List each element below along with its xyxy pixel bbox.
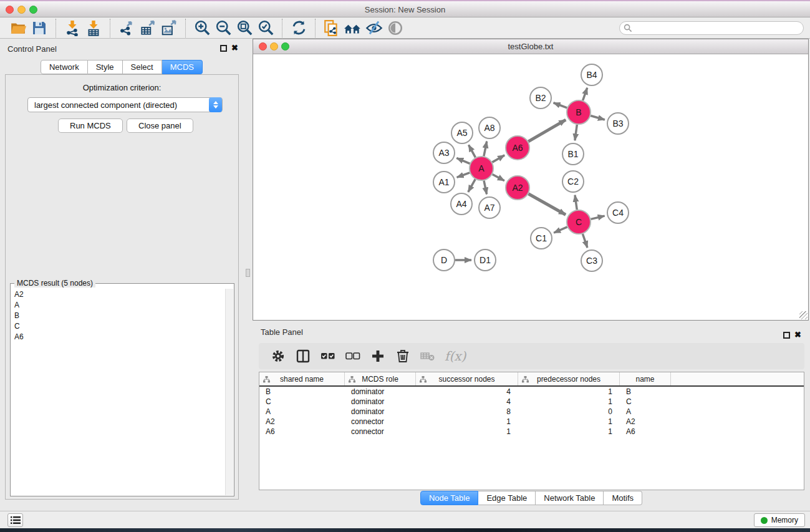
network-canvas[interactable]: B4B2BB3A8A5A6A3B1AC2A1A2A4A7C4CC1C3DD1 xyxy=(253,54,808,320)
zoom-in-icon[interactable] xyxy=(191,19,213,37)
table-cell[interactable]: B xyxy=(620,387,671,397)
column-header-shared-name[interactable]: shared name xyxy=(259,372,345,385)
show-all-icon[interactable] xyxy=(385,19,406,37)
column-header-MCDS-role[interactable]: MCDS role xyxy=(345,372,416,385)
close-panel-icon[interactable]: ✖ xyxy=(231,43,238,52)
table-cell[interactable]: dominator xyxy=(345,397,416,407)
graph-node-A3[interactable]: A3 xyxy=(433,142,455,163)
graph-node-A7[interactable]: A7 xyxy=(479,197,500,218)
graph-node-B[interactable]: B xyxy=(567,100,591,124)
search-input[interactable] xyxy=(619,21,804,35)
table-row[interactable]: Cdominator41C xyxy=(259,397,804,407)
tab-style[interactable]: Style xyxy=(88,60,123,74)
table-row[interactable]: Bdominator41B xyxy=(259,387,804,397)
save-session-icon[interactable] xyxy=(29,19,50,37)
graph-edge-A6-B[interactable] xyxy=(528,120,566,142)
optimization-criterion-select[interactable]: largest connected component (directed) xyxy=(27,97,223,112)
graph-node-D[interactable]: D xyxy=(433,249,455,271)
float-panel-icon[interactable] xyxy=(783,332,790,339)
mcds-result-list[interactable]: A2ABCA6 xyxy=(12,289,224,495)
table-cell[interactable]: A2 xyxy=(259,417,345,427)
graph-node-A5[interactable]: A5 xyxy=(451,122,473,143)
table-cell[interactable]: 4 xyxy=(416,387,518,397)
clone-network-icon[interactable] xyxy=(321,19,342,37)
refresh-icon[interactable] xyxy=(288,19,309,37)
export-table-icon[interactable] xyxy=(137,19,158,37)
graph-edge-B-B1[interactable] xyxy=(575,125,577,140)
table-cell[interactable]: connector xyxy=(345,417,416,427)
table-cell[interactable]: C xyxy=(259,397,345,407)
zoom-fit-icon[interactable] xyxy=(234,19,255,37)
mcds-result-scrollbar[interactable] xyxy=(225,289,233,495)
splitter-grip[interactable] xyxy=(246,269,250,277)
hide-selected-icon[interactable] xyxy=(364,19,385,37)
close-panel-icon[interactable]: ✖ xyxy=(794,330,801,339)
column-header-successor-nodes[interactable]: successor nodes xyxy=(416,372,518,385)
network-graph[interactable]: B4B2BB3A8A5A6A3B1AC2A1A2A4A7C4CC1C3DD1 xyxy=(253,54,808,320)
delete-row-icon[interactable] xyxy=(395,348,411,364)
table-cell[interactable]: 1 xyxy=(416,417,518,427)
deselect-all-icon[interactable] xyxy=(345,348,361,364)
memory-button[interactable]: Memory xyxy=(754,513,805,527)
graph-node-B2[interactable]: B2 xyxy=(530,87,551,109)
column-header-predecessor-nodes[interactable]: predecessor nodes xyxy=(518,372,620,385)
graph-edge-A-A5[interactable] xyxy=(469,145,476,157)
graph-edge-C-C1[interactable] xyxy=(554,227,567,233)
tab-edge-table[interactable]: Edge Table xyxy=(478,491,536,505)
graph-edge-C-C3[interactable] xyxy=(582,234,587,248)
tab-select[interactable]: Select xyxy=(123,60,162,74)
graph-node-A1[interactable]: A1 xyxy=(433,172,455,193)
task-history-button[interactable] xyxy=(7,513,23,527)
graph-edge-A-A8[interactable] xyxy=(484,142,487,157)
graph-node-A[interactable]: A xyxy=(470,157,493,180)
graph-edge-C-C2[interactable] xyxy=(575,195,577,210)
tab-node-table[interactable]: Node Table xyxy=(420,491,479,505)
table-cell[interactable]: A6 xyxy=(620,427,671,437)
table-cell[interactable]: 4 xyxy=(416,397,518,407)
graph-edge-A-A3[interactable] xyxy=(456,158,470,163)
table-row[interactable]: A6connector11A6 xyxy=(259,427,804,437)
delete-table-icon[interactable] xyxy=(420,348,436,364)
graph-node-B1[interactable]: B1 xyxy=(562,143,584,165)
table-cell[interactable]: 8 xyxy=(416,407,518,417)
table-cell[interactable]: B xyxy=(259,387,345,397)
run-mcds-button[interactable]: Run MCDS xyxy=(58,118,123,133)
table-cell[interactable]: 0 xyxy=(518,407,620,417)
graph-edge-A2-C[interactable] xyxy=(528,194,566,215)
column-header-name[interactable]: name xyxy=(620,372,671,385)
mcds-result-item[interactable]: A6 xyxy=(12,332,224,342)
tab-network[interactable]: Network xyxy=(41,60,88,74)
table-cell[interactable]: 1 xyxy=(518,397,620,407)
open-session-icon[interactable] xyxy=(7,19,29,37)
table-cell[interactable]: connector xyxy=(345,427,416,437)
graph-node-B3[interactable]: B3 xyxy=(607,113,629,134)
tab-motifs[interactable]: Motifs xyxy=(604,491,642,505)
import-table-icon[interactable] xyxy=(83,19,104,37)
table-row[interactable]: Adominator80A xyxy=(259,407,804,417)
select-all-icon[interactable] xyxy=(320,348,336,364)
graph-node-C3[interactable]: C3 xyxy=(581,250,602,271)
zoom-out-icon[interactable] xyxy=(213,19,234,37)
mcds-result-item[interactable]: A xyxy=(12,299,224,310)
export-image-icon[interactable] xyxy=(158,19,180,37)
show-columns-icon[interactable] xyxy=(295,348,311,364)
graph-node-B4[interactable]: B4 xyxy=(581,64,602,85)
table-cell[interactable]: A xyxy=(620,407,671,417)
graph-edge-B-B3[interactable] xyxy=(591,115,605,119)
table-row[interactable]: A2connector11A2 xyxy=(259,417,804,427)
network-window-titlebar[interactable]: testGlobe.txt xyxy=(253,39,808,54)
graph-node-C[interactable]: C xyxy=(567,210,591,234)
graph-edge-B-B4[interactable] xyxy=(583,88,587,100)
graph-edge-C-C4[interactable] xyxy=(591,216,604,219)
graph-edge-B-B2[interactable] xyxy=(554,103,567,108)
table-cell[interactable]: 1 xyxy=(416,427,518,437)
table-cell[interactable]: A xyxy=(259,407,345,417)
graph-node-A4[interactable]: A4 xyxy=(451,193,472,215)
function-builder-icon[interactable]: f(x) xyxy=(445,348,466,364)
table-cell[interactable]: 1 xyxy=(518,417,620,427)
graph-node-C1[interactable]: C1 xyxy=(531,228,552,249)
graph-edge-A-A6[interactable] xyxy=(492,155,504,162)
table-cell[interactable]: A6 xyxy=(259,427,345,437)
graph-node-C4[interactable]: C4 xyxy=(607,202,629,223)
import-network-icon[interactable] xyxy=(62,19,83,37)
